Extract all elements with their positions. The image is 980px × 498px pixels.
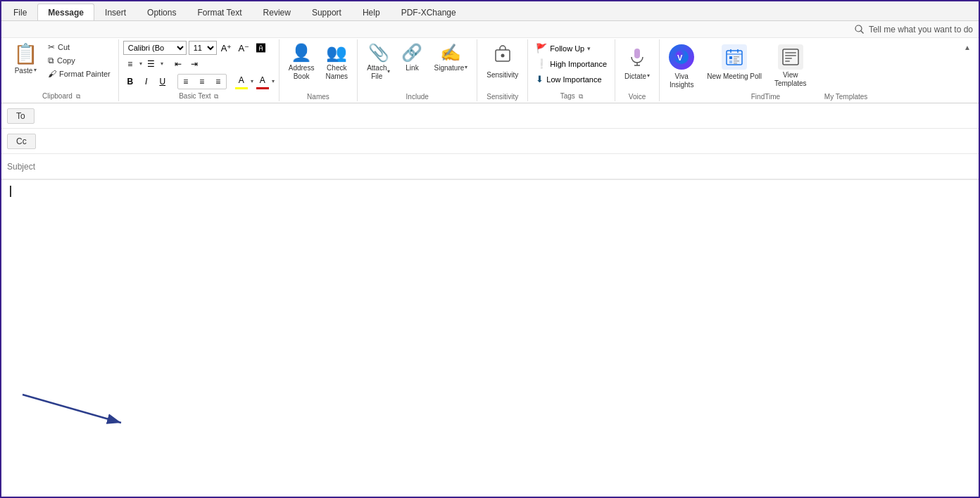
- basic-text-group: Calibri (Bo 11 A⁺ A⁻ 🅰 ≡ ▾ ☰: [119, 39, 279, 101]
- signature-dropdown-icon: ▾: [465, 65, 467, 70]
- svg-point-0: [855, 25, 862, 32]
- align-left-button[interactable]: ≡: [178, 75, 194, 89]
- copy-button[interactable]: ⧉ Copy: [44, 54, 114, 67]
- paste-label: Paste: [15, 67, 33, 75]
- address-book-button[interactable]: 👤 AddressBook: [284, 41, 320, 83]
- voice-group: Dictate ▾ Voice: [615, 39, 660, 101]
- cut-button[interactable]: ✂ Cut: [44, 41, 114, 53]
- font-color-button[interactable]: A: [256, 73, 270, 87]
- highlight-dropdown-icon: ▾: [251, 79, 253, 84]
- align-center-button[interactable]: ≡: [194, 75, 210, 89]
- tab-insert[interactable]: Insert: [94, 4, 137, 20]
- new-meeting-poll-button[interactable]: New Meeting Poll: [702, 41, 767, 83]
- tags-content: 🚩 Follow Up ▾ ❕ High Importance ⬇ Low Im…: [532, 41, 610, 91]
- tab-support[interactable]: Support: [301, 4, 352, 20]
- search-icon: [854, 24, 865, 35]
- svg-rect-4: [634, 49, 640, 58]
- cc-button[interactable]: Cc: [7, 134, 36, 149]
- sensitivity-icon: [493, 44, 513, 68]
- tags-expand-icon[interactable]: ⧉: [579, 93, 583, 100]
- follow-up-label: Follow Up: [550, 44, 584, 53]
- tab-review[interactable]: Review: [253, 4, 301, 20]
- paste-button[interactable]: 📋 Paste ▾: [8, 41, 43, 77]
- viva-insights-icon: V: [669, 44, 694, 70]
- svg-rect-16: [734, 58, 737, 60]
- tab-help[interactable]: Help: [352, 4, 391, 20]
- highlight-button[interactable]: A: [234, 73, 249, 87]
- ribbon-toolbar: 📋 Paste ▾ ✂ Cut ⧉: [1, 38, 979, 103]
- svg-rect-14: [729, 60, 732, 63]
- compose-body[interactable]: [1, 180, 979, 497]
- align-group: ≡ ≡ ≡: [177, 74, 227, 89]
- include-group-label: Include: [362, 91, 472, 101]
- bold-button[interactable]: B: [123, 75, 137, 89]
- names-group: 👤 AddressBook 👥 CheckNames Names: [279, 39, 358, 101]
- format-painter-button[interactable]: 🖌 Format Painter: [44, 68, 114, 80]
- font-family-select[interactable]: Calibri (Bo: [123, 41, 187, 55]
- basic-text-expand-icon[interactable]: ⧉: [214, 93, 218, 100]
- tab-pdf-xchange[interactable]: PDF-XChange: [391, 4, 467, 20]
- svg-text:V: V: [677, 53, 683, 62]
- svg-rect-18: [734, 63, 737, 64]
- cc-input[interactable]: [42, 131, 973, 152]
- tab-format-text[interactable]: Format Text: [187, 4, 252, 20]
- low-importance-icon: ⬇: [536, 74, 544, 84]
- follow-up-button[interactable]: 🚩 Follow Up ▾: [532, 41, 610, 56]
- link-icon: 🔗: [401, 44, 422, 61]
- font-grow-button[interactable]: A⁺: [219, 41, 234, 55]
- paste-icon: 📋: [13, 44, 38, 64]
- viva-insights-button[interactable]: V VivaInsights: [664, 41, 699, 91]
- view-templates-sub-label: Templates: [774, 79, 807, 88]
- attach-file-icon: 📎: [368, 44, 389, 61]
- tags-group: 🚩 Follow Up ▾ ❕ High Importance ⬇ Low Im…: [528, 39, 615, 101]
- font-size-select[interactable]: 11: [189, 41, 217, 55]
- underline-button[interactable]: U: [156, 75, 170, 89]
- view-templates-button[interactable]: View Templates: [769, 41, 812, 90]
- signature-label: Signature: [434, 64, 464, 72]
- voice-group-label: Voice: [620, 91, 655, 101]
- svg-point-3: [501, 54, 504, 58]
- sensitivity-group: Sensitivity Sensitivity: [477, 39, 528, 101]
- to-button[interactable]: To: [7, 108, 34, 124]
- clipboard-content: 📋 Paste ▾ ✂ Cut ⧉: [8, 41, 114, 91]
- to-row: To: [1, 103, 979, 129]
- low-importance-button[interactable]: ⬇ Low Importance: [532, 72, 610, 87]
- tab-file[interactable]: File: [3, 4, 37, 20]
- collapse-ribbon-button[interactable]: ▲: [960, 41, 974, 53]
- svg-rect-20: [785, 52, 796, 53]
- include-group: 📎 AttachFile ▾ 🔗 Link ✍ Signature: [358, 39, 477, 101]
- align-right-button[interactable]: ≡: [211, 75, 226, 89]
- svg-rect-15: [734, 56, 739, 58]
- sensitivity-group-label: Sensitivity: [482, 91, 523, 101]
- check-names-button[interactable]: 👥 CheckNames: [320, 41, 353, 83]
- highlight-color-bar: [235, 87, 248, 89]
- link-button[interactable]: 🔗 Link: [396, 41, 427, 75]
- italic-button[interactable]: I: [139, 75, 153, 89]
- indent-button[interactable]: ⇥: [187, 57, 201, 71]
- findtime-group: V VivaInsights: [660, 39, 959, 101]
- high-importance-button[interactable]: ❕ High Importance: [532, 56, 610, 71]
- app-window: File Message Insert Options Format Text …: [0, 0, 980, 498]
- voice-content: Dictate ▾: [620, 41, 655, 91]
- signature-icon: ✍: [440, 44, 461, 61]
- attach-file-button[interactable]: 📎 AttachFile ▾: [362, 41, 395, 83]
- dictate-button[interactable]: Dictate ▾: [620, 41, 655, 83]
- clipboard-expand-icon[interactable]: ⧉: [76, 93, 80, 100]
- subject-input[interactable]: [7, 162, 973, 172]
- annotation-arrow: [15, 388, 128, 432]
- outdent-button[interactable]: ⇤: [171, 57, 185, 71]
- text-cursor: [10, 186, 11, 197]
- clear-formatting-button[interactable]: 🅰: [253, 41, 268, 55]
- number-list-button[interactable]: ☰: [144, 57, 158, 71]
- format-painter-icon: 🖌: [48, 70, 56, 78]
- svg-rect-19: [783, 49, 798, 65]
- sensitivity-button[interactable]: Sensitivity: [482, 41, 523, 82]
- bullet-list-button[interactable]: ≡: [123, 57, 137, 71]
- signature-button[interactable]: ✍ Signature ▾: [429, 41, 472, 75]
- font-shrink-button[interactable]: A⁻: [236, 41, 251, 55]
- tab-message[interactable]: Message: [37, 4, 94, 20]
- to-input[interactable]: [40, 106, 973, 127]
- format-painter-label: Format Painter: [59, 70, 111, 78]
- bullet-dropdown-icon: ▾: [139, 61, 142, 67]
- tab-options[interactable]: Options: [137, 4, 187, 20]
